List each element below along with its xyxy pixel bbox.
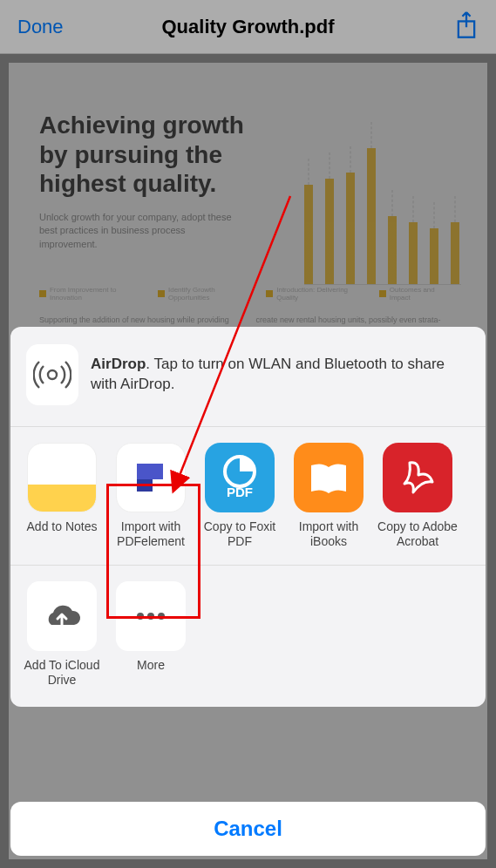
airdrop-icon	[26, 344, 78, 405]
app-label: Copy to Adobe Acrobat	[377, 519, 459, 549]
app-pdfelement[interactable]: Import with PDFelement	[110, 443, 192, 549]
app-foxit[interactable]: PDF Copy to Foxit PDF	[199, 443, 281, 549]
share-sheet: AirDrop. Tap to turn on WLAN and Bluetoo…	[10, 327, 486, 707]
acrobat-icon	[383, 443, 452, 512]
app-label: Add to Notes	[27, 519, 98, 549]
app-label: Import with PDFelement	[110, 519, 192, 549]
app-ibooks[interactable]: Import with iBooks	[288, 443, 370, 549]
svg-rect-2	[137, 464, 163, 479]
svg-point-6	[137, 613, 144, 620]
app-more-peek[interactable]: I	[465, 443, 486, 549]
svg-point-8	[158, 613, 165, 620]
notes-icon	[27, 443, 97, 512]
airdrop-row[interactable]: AirDrop. Tap to turn on WLAN and Bluetoo…	[10, 327, 486, 427]
svg-rect-3	[137, 479, 153, 492]
action-icloud-drive[interactable]: Add To iCloud Drive	[21, 581, 103, 688]
cancel-button[interactable]: Cancel	[10, 802, 486, 856]
share-actions-row[interactable]: Add To iCloud Drive More	[10, 566, 486, 707]
cloud-upload-icon	[27, 581, 97, 651]
svg-text:PDF: PDF	[227, 485, 253, 499]
action-label: More	[137, 658, 165, 688]
airdrop-text: AirDrop. Tap to turn on WLAN and Bluetoo…	[91, 355, 470, 395]
ibooks-icon	[294, 443, 364, 512]
app-acrobat[interactable]: Copy to Adobe Acrobat	[377, 443, 459, 549]
share-apps-row[interactable]: Add to Notes Import with PDFelement PDF …	[10, 427, 486, 566]
action-label: Add To iCloud Drive	[21, 658, 103, 688]
foxit-icon: PDF	[205, 443, 275, 512]
more-icon	[116, 581, 186, 651]
app-add-to-notes[interactable]: Add to Notes	[21, 443, 103, 549]
airdrop-bold: AirDrop	[91, 356, 146, 372]
app-label: Import with iBooks	[288, 519, 370, 549]
svg-point-1	[48, 370, 57, 379]
app-label: Copy to Foxit PDF	[199, 519, 281, 549]
pdfelement-icon	[116, 443, 186, 512]
action-more[interactable]: More	[110, 581, 192, 688]
svg-point-7	[147, 613, 154, 620]
